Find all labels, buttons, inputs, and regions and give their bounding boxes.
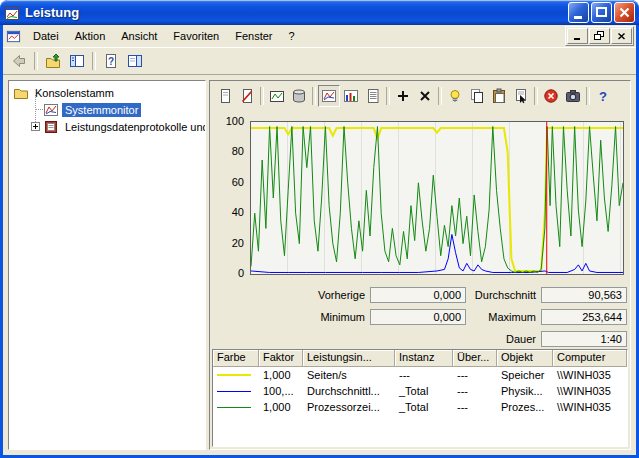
- clear-display-icon[interactable]: [236, 85, 258, 107]
- menu-item-aktion[interactable]: Aktion: [67, 27, 114, 45]
- legend-cell-parent: ---: [453, 401, 497, 413]
- help-icon[interactable]: ?: [592, 85, 614, 107]
- counter-legend: Farbe Faktor Leistungsin... Instanz Über…: [212, 349, 628, 447]
- legend-col-faktor[interactable]: Faktor: [259, 350, 303, 367]
- legend-col-objekt[interactable]: Objekt: [497, 350, 553, 367]
- close-button[interactable]: [614, 2, 635, 23]
- view-report-icon[interactable]: [362, 85, 384, 107]
- stat-label-minimum: Minimum: [220, 311, 365, 323]
- system-monitor-pane: ? 100 80 60 40 20 0 Vorherige 0,000 Durc…: [209, 80, 631, 450]
- legend-cell-faktor: 100,...: [259, 385, 303, 397]
- legend-row[interactable]: 1,000 Prozessorzei... _Total --- Prozes.…: [213, 399, 627, 415]
- view-histogram-icon[interactable]: [340, 85, 362, 107]
- tree-item-systemmonitor[interactable]: Systemmonitor: [43, 101, 141, 118]
- legend-row[interactable]: 100,... Durchschnittl... _Total --- Phys…: [213, 383, 627, 399]
- stat-value-durchschnitt: 90,563: [541, 287, 627, 303]
- legend-cell-computer: \\WINH035: [553, 401, 627, 413]
- menu-item-ansicht[interactable]: Ansicht: [113, 27, 165, 45]
- stats-row: Minimum 0,000 Maximum 253,644: [210, 309, 630, 326]
- toolbar-separator: [312, 87, 316, 105]
- legend-col-instanz[interactable]: Instanz: [395, 350, 453, 367]
- toolbar-separator: [438, 87, 442, 105]
- legend-cell-parent: ---: [453, 369, 497, 381]
- legend-col-farbe[interactable]: Farbe: [213, 350, 259, 367]
- legend-col-counter[interactable]: Leistungsin...: [303, 350, 395, 367]
- copy-properties-icon[interactable]: [466, 85, 488, 107]
- stat-label-dauer: Dauer: [450, 333, 536, 345]
- perf-logs-icon: [43, 119, 59, 135]
- toolbar-separator: [34, 52, 38, 70]
- paste-counter-list-icon[interactable]: [488, 85, 510, 107]
- view-current-activity-icon[interactable]: [266, 85, 288, 107]
- legend-cell-faktor: 1,000: [259, 369, 303, 381]
- delete-counter-icon[interactable]: [414, 85, 436, 107]
- new-counter-set-icon[interactable]: [214, 85, 236, 107]
- title-bar[interactable]: Leistung: [0, 0, 639, 25]
- legend-rows: 1,000 Seiten/s --- --- Speicher \\WINH03…: [213, 367, 627, 415]
- expander-plus-icon[interactable]: [31, 122, 40, 131]
- highlight-icon[interactable]: [444, 85, 466, 107]
- legend-cell-counter: Seiten/s: [303, 369, 395, 381]
- show-hide-action-pane-icon[interactable]: [123, 50, 147, 72]
- stat-label-vorherige: Vorherige: [220, 289, 365, 301]
- menu-item-datei[interactable]: Datei: [25, 27, 67, 45]
- svg-text:?: ?: [599, 89, 607, 104]
- update-data-icon[interactable]: [562, 85, 584, 107]
- child-close-button[interactable]: [611, 28, 632, 44]
- freeze-display-icon[interactable]: [540, 85, 562, 107]
- child-restore-button[interactable]: [589, 28, 610, 44]
- child-minimize-button[interactable]: [567, 28, 588, 44]
- legend-color-line: [217, 374, 251, 376]
- tree-item-label: Konsolenstamm: [32, 86, 117, 100]
- back-icon[interactable]: [7, 50, 31, 72]
- help-icon[interactable]: ?: [99, 50, 123, 72]
- menu-item-fenster[interactable]: Fenster: [227, 27, 280, 45]
- window-title: Leistung: [25, 5, 568, 20]
- menu-item-hilfe[interactable]: ?: [281, 27, 303, 45]
- tree-item-leistungsdatenprotokolle[interactable]: Leistungsdatenprotokolle und Warnungen: [31, 118, 206, 135]
- view-graph-icon[interactable]: [318, 85, 340, 107]
- legend-row[interactable]: 1,000 Seiten/s --- --- Speicher \\WINH03…: [213, 367, 627, 383]
- toolbar-separator: [534, 87, 538, 105]
- legend-cell-counter: Durchschnittl...: [303, 385, 395, 397]
- minimize-button[interactable]: [568, 2, 589, 23]
- menu-bar: DateiAktionAnsichtFavoritenFenster?: [3, 25, 636, 48]
- console-toolbar: ?: [3, 48, 636, 75]
- toolbar-separator: [92, 52, 96, 70]
- child-window-controls: [565, 26, 634, 46]
- legend-cell-objekt: Physik...: [497, 385, 553, 397]
- legend-col-parent[interactable]: Über...: [453, 350, 497, 367]
- menu-item-favoriten[interactable]: Favoriten: [165, 27, 227, 45]
- legend-cell-instanz: ---: [395, 369, 453, 381]
- legend-col-computer[interactable]: Computer: [553, 350, 627, 367]
- legend-cell-counter: Prozessorzei...: [303, 401, 395, 413]
- legend-header: Farbe Faktor Leistungsin... Instanz Über…: [213, 350, 627, 367]
- y-axis: 100 80 60 40 20 0: [216, 121, 246, 273]
- app-icon: [4, 5, 20, 21]
- console-window-icon: [6, 29, 21, 44]
- tree-connector: [35, 109, 43, 110]
- y-tick: 0: [216, 267, 244, 279]
- y-tick: 40: [216, 206, 244, 218]
- y-tick: 80: [216, 145, 244, 157]
- up-one-level-icon[interactable]: [41, 50, 65, 72]
- tree-item-label: Leistungsdatenprotokolle und Warnungen: [62, 120, 206, 134]
- legend-cell-parent: ---: [453, 385, 497, 397]
- toolbar-separator: [586, 87, 590, 105]
- maximize-button[interactable]: [591, 2, 612, 23]
- tree-item-konsolenstamm[interactable]: Konsolenstamm: [13, 84, 117, 101]
- console-tree-pane: Konsolenstamm Systemmonitor Leistungsdat…: [8, 80, 206, 450]
- view-log-data-icon[interactable]: [288, 85, 310, 107]
- legend-cell-faktor: 1,000: [259, 401, 303, 413]
- legend-cell-computer: \\WINH035: [553, 369, 627, 381]
- legend-cell-instanz: _Total: [395, 401, 453, 413]
- show-hide-console-tree-icon[interactable]: [65, 50, 89, 72]
- legend-cell-instanz: _Total: [395, 385, 453, 397]
- system-monitor-icon: [43, 102, 59, 118]
- tree-item-label: Systemmonitor: [62, 103, 141, 117]
- add-counter-icon[interactable]: [392, 85, 414, 107]
- legend-cell-objekt: Prozes...: [497, 401, 553, 413]
- stat-label-durchschnitt: Durchschnitt: [450, 289, 536, 301]
- toolbar-separator: [386, 87, 390, 105]
- properties-icon[interactable]: [510, 85, 532, 107]
